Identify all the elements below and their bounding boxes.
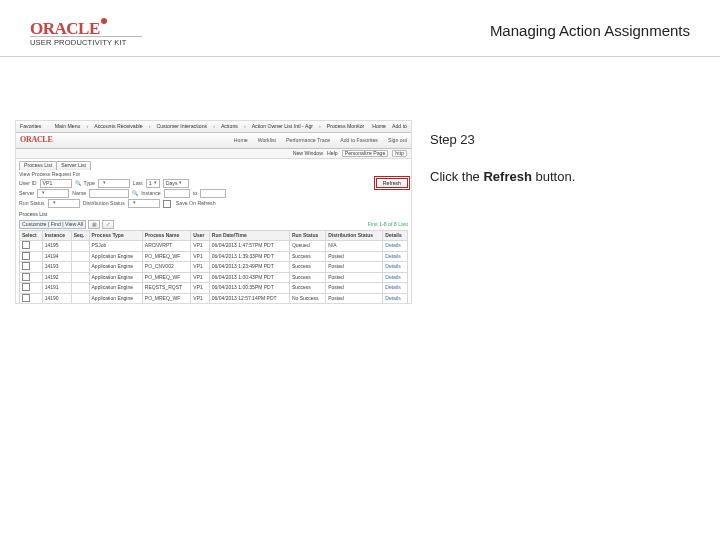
cell-ptype: PSJob <box>89 241 142 252</box>
link-newwindow[interactable]: New Window <box>293 151 323 157</box>
lookup-name-icon[interactable]: 🔍 <box>132 191 138 197</box>
http-icon[interactable]: http <box>392 150 407 158</box>
cell-instance: 14193 <box>42 262 71 273</box>
nav-ci[interactable]: Customer Interactions <box>156 124 207 130</box>
grid-zoom-icon[interactable]: ⤢ <box>102 220 114 229</box>
input-last[interactable]: 1 <box>146 179 160 188</box>
cell-ds: Posted <box>326 251 383 262</box>
cell-select[interactable] <box>20 251 43 262</box>
input-server[interactable] <box>37 189 69 198</box>
nav-procmon[interactable]: Process Monitor <box>327 124 364 130</box>
app-screenshot: Favorites· Main Menu› Accounts Receivabl… <box>15 120 412 304</box>
instruction-bold: Refresh <box>483 169 531 184</box>
table-row: 14192Application EnginePO_MREQ_WFVP106/0… <box>20 272 408 283</box>
col-pname[interactable]: Process Name <box>142 231 190 241</box>
cell-details[interactable]: Details <box>383 262 408 273</box>
cell-seq <box>71 283 89 294</box>
lbl-to: to <box>193 191 197 197</box>
input-instance-from[interactable] <box>164 189 190 198</box>
tab-server-list[interactable]: Server List <box>56 161 91 170</box>
col-ds[interactable]: Distribution Status <box>326 231 383 241</box>
cell-seq <box>71 272 89 283</box>
nav-home[interactable]: Home <box>372 124 386 130</box>
cell-pname: REQSTS_RQST <box>142 283 190 294</box>
cell-details[interactable]: Details <box>383 241 408 252</box>
cell-rs: Success <box>289 272 325 283</box>
cell-dt: 06/04/2013 1:00:43PM PDT <box>209 272 289 283</box>
input-userid[interactable]: VP1 <box>40 179 72 188</box>
col-instance[interactable]: Instance <box>42 231 71 241</box>
col-ptype[interactable]: Process Type <box>89 231 142 241</box>
grid-range[interactable]: First 1-8 of 8 Last <box>368 222 408 228</box>
filter-row-2: Server Name 🔍 Instance to <box>16 189 411 198</box>
table-row: 14191Application EngineREQSTS_RQSTVP106/… <box>20 283 408 294</box>
input-name[interactable] <box>89 189 129 198</box>
cell-details[interactable]: Details <box>383 293 408 304</box>
table-row: 14195PSJobARCNVRPTVP106/04/2013 1:47:57P… <box>20 241 408 252</box>
nav-actions[interactable]: Actions <box>221 124 238 130</box>
link-perf[interactable]: Performance Trace <box>286 138 330 144</box>
process-grid: Select Instance Seq. Process Type Proces… <box>19 230 408 304</box>
cell-select[interactable] <box>20 283 43 294</box>
checkbox-save-on-refresh[interactable] <box>163 200 171 208</box>
col-select[interactable]: Select <box>20 231 43 241</box>
cell-seq <box>71 241 89 252</box>
cell-select[interactable] <box>20 293 43 304</box>
cell-details[interactable]: Details <box>383 272 408 283</box>
input-instance-to[interactable] <box>200 189 226 198</box>
input-type[interactable] <box>98 179 130 188</box>
link-worklist[interactable]: Worklist <box>258 138 276 144</box>
input-diststatus[interactable] <box>128 199 160 208</box>
col-details[interactable]: Details <box>383 231 408 241</box>
cell-seq <box>71 251 89 262</box>
cell-dt: 06/04/2013 1:39:33PM PDT <box>209 251 289 262</box>
col-user[interactable]: User <box>191 231 210 241</box>
lbl-server: Server <box>19 191 34 197</box>
link-addfav[interactable]: Add to Favorites <box>340 138 378 144</box>
cell-instance: 14195 <box>42 241 71 252</box>
link-personalize[interactable]: Personalize Page <box>342 150 389 158</box>
instruction-before: Click the <box>430 169 483 184</box>
input-days[interactable]: Days <box>163 179 189 188</box>
lookup-icon[interactable]: 🔍 <box>75 181 81 187</box>
lbl-last: Last <box>133 181 143 187</box>
link-help[interactable]: Help <box>327 151 338 157</box>
app-oracle-logo: ORACLE <box>20 136 52 145</box>
cell-ds: Posted <box>326 283 383 294</box>
cell-pname: PO_MREQ_WF <box>142 251 190 262</box>
col-seq[interactable]: Seq. <box>71 231 89 241</box>
cell-ds: Posted <box>326 262 383 273</box>
refresh-button[interactable]: Refresh <box>376 178 408 188</box>
nav-mainmenu[interactable]: Main Menu <box>55 124 81 130</box>
cell-select[interactable] <box>20 272 43 283</box>
nav-addto[interactable]: Add to <box>392 124 407 130</box>
input-runstatus[interactable] <box>48 199 80 208</box>
cell-details[interactable]: Details <box>383 283 408 294</box>
grid-toolbar-links[interactable]: Customize | Find | View All <box>19 220 86 229</box>
nav-favorites[interactable]: Favorites <box>20 124 41 130</box>
cell-ds: Posted <box>326 293 383 304</box>
link-home[interactable]: Home <box>234 138 248 144</box>
nav-ar[interactable]: Accounts Receivable <box>94 124 142 130</box>
cell-rs: Success <box>289 262 325 273</box>
tab-strip: Process List Server List <box>19 161 411 170</box>
process-list-title: Process List <box>19 212 411 218</box>
col-rs[interactable]: Run Status <box>289 231 325 241</box>
cell-details[interactable]: Details <box>383 251 408 262</box>
cell-user: VP1 <box>191 283 210 294</box>
link-signout[interactable]: Sign out <box>388 138 407 144</box>
instruction-line: Click the Refresh button. <box>430 169 690 184</box>
cell-select[interactable] <box>20 241 43 252</box>
table-row: 14194Application EnginePO_MREQ_WFVP106/0… <box>20 251 408 262</box>
grid-export-icon[interactable]: ▦ <box>88 220 100 229</box>
cell-pname: PO_MREQ_WF <box>142 293 190 304</box>
col-dt[interactable]: Run Date/Time <box>209 231 289 241</box>
filter-row-1: User ID VP1 🔍 Type Last 1 Days Refresh <box>16 178 411 188</box>
nav-owner[interactable]: Action Owner List Intl - Agr <box>252 124 313 130</box>
cell-pname: PO_CNV002 <box>142 262 190 273</box>
lbl-runstatus: Run Status <box>19 201 45 207</box>
lbl-type: Type <box>84 181 95 187</box>
cell-select[interactable] <box>20 262 43 273</box>
cell-pname: PO_MREQ_WF <box>142 272 190 283</box>
tab-process-list[interactable]: Process List <box>19 161 57 170</box>
